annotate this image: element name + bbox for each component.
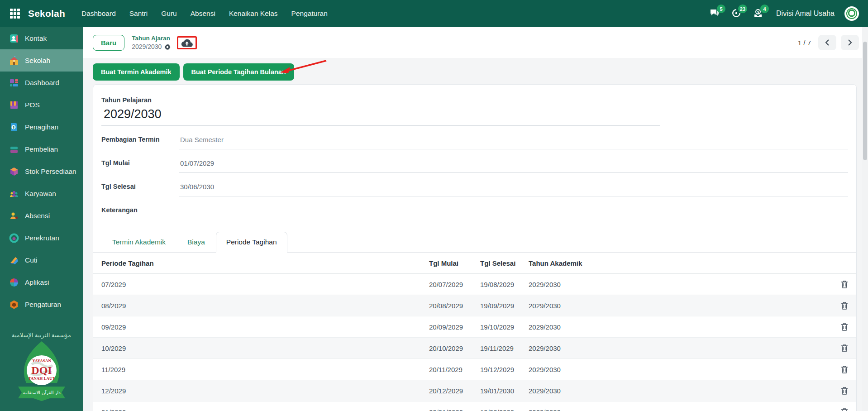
cell-tgl-selesai: 19/09/2029 [480,302,529,310]
table-row[interactable]: 01/2030 20/01/2030 19/02/2030 2029/2030 [93,401,856,411]
scrollbar-thumb[interactable] [863,42,867,160]
field-row-pembagian-termin: Pembagian Termin Dua Semester [101,133,848,149]
pembagian-termin-input[interactable]: Dua Semester [179,133,848,149]
vertical-scrollbar[interactable] [862,27,868,411]
brand-title[interactable]: Sekolah [28,8,65,19]
delete-row-icon[interactable] [841,387,848,395]
gear-icon[interactable] [164,44,171,50]
contact-icon [9,33,19,43]
nav-item-guru[interactable]: Guru [161,10,176,18]
sidebar-item-aplikasi[interactable]: Aplikasi [0,271,83,293]
tab-bar: Termin Akademik Biaya Periode Tagihan [93,232,856,253]
annotation-highlight-box [177,36,197,49]
delete-row-icon[interactable] [841,365,848,373]
app-grid-icon[interactable] [10,9,20,19]
sidebar-item-kontak[interactable]: Kontak [0,27,83,49]
keterangan-input[interactable] [179,203,848,220]
sidebar-item-label: Cuti [25,256,38,264]
sales-icon[interactable]: $ 4 [753,8,764,19]
sidebar-item-cuti[interactable]: Cuti [0,249,83,271]
cell-tgl-mulai: 20/07/2029 [429,281,480,288]
delete-row-icon[interactable] [841,323,848,331]
billing-icon: $ [9,122,19,132]
column-header: Periode Tagihan [101,259,429,267]
recruitment-icon [9,233,19,243]
cell-periode: 10/2029 [101,344,429,352]
delete-row-icon[interactable] [841,301,848,310]
navbar-menu: Dashboard Santri Guru Absensi Kenaikan K… [81,10,328,18]
page-header: Baru Tahun Ajaran 2029/2030 1 / 7 [83,27,868,58]
nav-item-absensi[interactable]: Absensi [191,10,215,18]
create-academic-term-button[interactable]: Buat Termin Akademik [93,63,180,81]
nav-item-kenaikan-kelas[interactable]: Kenaikan Kelas [229,10,278,18]
svg-text:$: $ [757,10,759,14]
sidebar-item-dashboard[interactable]: Dashboard [0,72,83,94]
sidebar-item-label: Penagihan [25,123,58,131]
nav-item-pengaturan[interactable]: Pengaturan [291,10,328,18]
chat-icon[interactable]: 5 [709,8,721,19]
sidebar-item-label: Stok Persediaan [25,167,76,176]
delete-row-icon[interactable] [841,408,848,411]
sidebar-item-pembelian[interactable]: Pembelian [0,138,83,160]
cell-tgl-mulai: 20/09/2029 [429,323,480,331]
prev-record-button[interactable] [818,35,836,50]
field-row-tgl-selesai: Tgl Selesai 30/06/2030 [101,180,848,196]
table-row[interactable]: 10/2029 20/10/2029 19/11/2029 2029/2030 [93,338,856,359]
create-monthly-billing-period-button[interactable]: Buat Periode Tagihan Bulanan [183,63,294,81]
column-header: Tgl Mulai [429,259,480,267]
purchase-icon [9,144,19,154]
sidebar: Kontak Sekolah Dashboard POS $ Penagihan… [0,27,83,411]
tab-termin-akademik[interactable]: Termin Akademik [101,232,176,252]
periode-tagihan-table: Periode Tagihan Tgl Mulai Tgl Selesai Ta… [93,253,856,411]
attendance-icon [9,211,19,221]
field-label-tahun-pelajaran: Tahun Pelajaran [101,96,848,104]
sidebar-item-pengaturan[interactable]: Pengaturan [0,293,83,315]
table-row[interactable]: 09/2029 20/09/2029 19/10/2029 2029/2030 [93,316,856,338]
delete-row-icon[interactable] [841,280,848,288]
user-division-label[interactable]: Divisi Amal Usaha [776,10,835,18]
svg-text:YAYASAN: YAYASAN [32,358,51,363]
sales-badge: 4 [760,5,769,13]
sidebar-item-karyawan[interactable]: Karyawan [0,182,83,205]
tgl-mulai-input[interactable]: 01/07/2029 [179,156,848,173]
sidebar-item-sekolah[interactable]: Sekolah [0,49,83,72]
cell-periode: 01/2030 [101,408,429,411]
cell-tgl-mulai: 20/10/2029 [429,344,480,352]
nav-item-santri[interactable]: Santri [129,10,148,18]
field-label: Tgl Mulai [101,156,179,167]
sidebar-item-label: Pembelian [25,145,58,153]
next-record-button[interactable] [841,35,859,50]
stock-icon [9,167,19,177]
tahun-pelajaran-input[interactable]: 2029/2030 [101,104,660,126]
doctype-label: Tahun Ajaran [132,34,171,42]
column-header: Tahun Akademik [529,259,835,267]
cell-tahun-akademik: 2029/2030 [529,366,835,373]
tab-periode-tagihan[interactable]: Periode Tagihan [216,232,287,253]
avatar[interactable] [844,6,859,21]
table-row[interactable]: 12/2029 20/12/2029 19/01/2030 2029/2030 [93,380,856,401]
foundation-crest-icon: YAYASAN DQI TANAH LAUT دار القرآن الاستق… [14,339,69,403]
field-row-keterangan: Keterangan [101,203,848,220]
sidebar-item-pos[interactable]: POS [0,94,83,116]
svg-text:دار القرآن الاستقامة: دار القرآن الاستقامة [23,390,61,395]
table-row[interactable]: 11/2029 20/11/2029 19/12/2029 2029/2030 [93,359,856,380]
sidebar-item-stok-persediaan[interactable]: Stok Persediaan [0,160,83,182]
sidebar-item-perekrutan[interactable]: Perekrutan [0,227,83,249]
cell-tahun-akademik: 2029/2030 [529,281,835,288]
sidebar-item-label: Karyawan [25,190,56,198]
new-status-badge[interactable]: Baru [93,35,124,51]
recent-icon[interactable]: 23 [731,8,743,19]
delete-row-icon[interactable] [841,344,848,352]
sidebar-item-penagihan[interactable]: $ Penagihan [0,116,83,138]
table-header-row: Periode Tagihan Tgl Mulai Tgl Selesai Ta… [93,253,856,274]
field-row-tgl-mulai: Tgl Mulai 01/07/2029 [101,156,848,173]
table-row[interactable]: 08/2029 20/08/2029 19/09/2029 2029/2030 [93,295,856,316]
cloud-upload-icon[interactable] [181,39,193,48]
tgl-selesai-input[interactable]: 30/06/2030 [179,180,848,196]
cell-tahun-akademik: 2029/2030 [529,387,835,395]
sidebar-item-absensi[interactable]: Absensi [0,205,83,227]
nav-item-dashboard[interactable]: Dashboard [81,10,116,18]
cell-tgl-selesai: 19/01/2030 [480,387,529,395]
table-row[interactable]: 07/2029 20/07/2029 19/08/2029 2029/2030 [93,274,856,295]
tab-biaya[interactable]: Biaya [176,232,216,252]
